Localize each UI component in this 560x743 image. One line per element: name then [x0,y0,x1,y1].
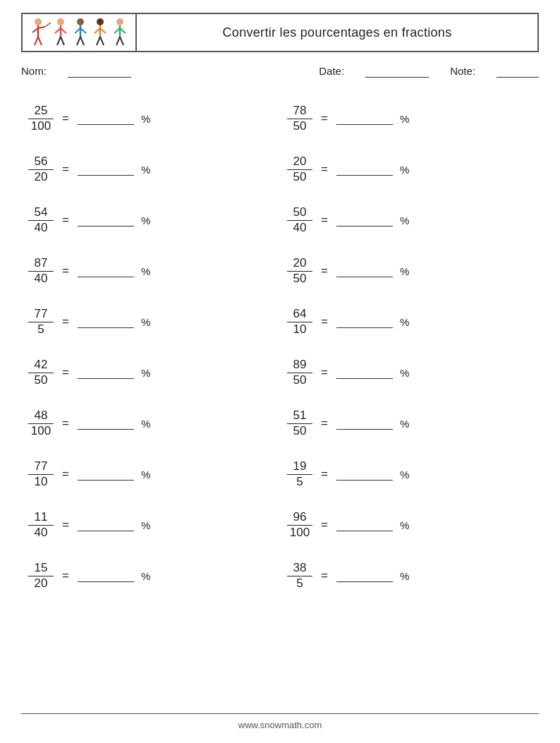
numerator: 20 [287,155,312,170]
problem-item: 77 5 = % [21,296,280,347]
equals-sign: = [62,366,69,380]
fraction: 77 10 [28,460,54,488]
svg-line-11 [57,37,61,45]
percent-sign: % [400,519,409,531]
answer-line[interactable] [336,214,393,226]
answer-line[interactable] [336,315,393,328]
denominator: 50 [293,424,307,438]
answer-line[interactable] [336,417,393,430]
fraction: 64 10 [287,308,312,336]
answer-line[interactable] [336,569,393,582]
percent-sign: % [141,469,150,481]
answer-line[interactable] [78,417,134,430]
svg-point-19 [97,18,104,25]
answer-line[interactable] [78,468,134,481]
header-icons [23,14,137,51]
answer-line[interactable] [78,112,134,125]
nom-field[interactable] [68,65,131,78]
equals-sign: = [321,416,328,430]
stick-figures-icon [30,17,128,48]
numerator: 87 [28,257,54,272]
problem-item: 20 50 = % [280,246,539,296]
answer-line[interactable] [78,163,134,176]
percent-sign: % [400,164,409,176]
svg-line-29 [116,37,120,45]
equals-sign: = [321,213,328,227]
answer-line[interactable] [78,315,134,328]
header: Convertir les pourcentages en fractions [21,13,539,52]
answer-line[interactable] [336,519,393,531]
fraction: 20 50 [287,155,312,183]
fraction: 25 100 [28,104,54,133]
note-label: Note: [450,65,475,78]
answer-line[interactable] [336,265,393,277]
percent-sign: % [141,113,150,125]
answer-line[interactable] [78,214,134,226]
percent-sign: % [141,570,150,582]
fraction: 48 100 [28,409,54,437]
problem-item: 77 10 = % [21,449,280,500]
answer-line[interactable] [336,112,393,125]
problem-item: 19 5 = % [280,449,539,500]
equals-sign: = [321,264,328,278]
svg-line-24 [100,37,104,45]
fraction: 42 50 [28,358,54,387]
percent-sign: % [141,316,150,328]
svg-line-6 [45,23,51,27]
numerator: 77 [28,308,54,322]
percent-sign: % [141,215,150,226]
denominator: 20 [35,576,48,591]
header-title: Convertir les pourcentages en fractions [137,25,537,40]
fraction: 20 50 [287,257,312,285]
meta-right: Date: Note: [319,65,539,78]
problem-item: 56 20 = % [21,144,280,195]
denominator: 50 [293,272,307,286]
problem-item: 87 40 = % [21,246,280,296]
answer-line[interactable] [336,468,393,481]
equals-sign: = [321,111,328,126]
fraction: 78 50 [287,104,312,133]
nom-label: Nom: [21,65,47,78]
svg-point-25 [116,18,123,25]
equals-sign: = [62,518,69,532]
equals-sign: = [62,213,69,227]
problem-item: 78 50 = % [280,93,539,144]
svg-line-30 [120,37,123,45]
answer-line[interactable] [336,366,393,379]
answer-line[interactable] [336,163,393,176]
numerator: 48 [28,409,54,424]
fraction: 19 5 [287,460,312,488]
denominator: 100 [31,119,51,133]
percent-sign: % [141,367,150,379]
problem-item: 25 100 = % [21,93,280,144]
answer-line[interactable] [78,569,134,582]
numerator: 56 [28,155,54,170]
date-field[interactable] [365,65,429,78]
meta-row: Nom: Date: Note: [21,65,539,78]
equals-sign: = [321,315,328,329]
problem-item: 48 100 = % [21,398,280,449]
problem-item: 42 50 = % [21,347,280,398]
numerator: 15 [28,562,54,576]
fraction: 15 20 [28,562,54,590]
numerator: 50 [287,206,312,221]
numerator: 64 [287,308,312,322]
equals-sign: = [62,111,69,126]
note-field[interactable] [497,65,539,78]
denominator: 100 [31,424,51,438]
numerator: 42 [28,358,54,373]
fraction: 54 40 [28,206,54,234]
equals-sign: = [321,518,328,532]
svg-line-17 [77,37,80,45]
answer-line[interactable] [78,519,134,531]
denominator: 5 [296,475,303,489]
answer-line[interactable] [78,265,134,277]
problem-item: 20 50 = % [280,144,539,195]
equals-sign: = [321,467,328,481]
fraction: 77 5 [28,308,54,336]
denominator: 40 [35,272,48,286]
problem-item: 11 40 = % [21,500,280,550]
problem-item: 50 40 = % [280,195,539,246]
answer-line[interactable] [78,366,134,379]
percent-sign: % [400,316,409,328]
